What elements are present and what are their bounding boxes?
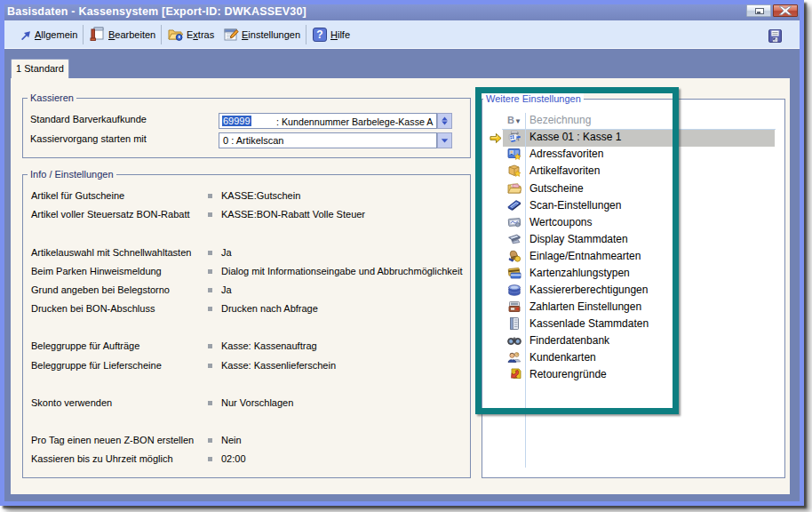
svg-text:?: ? — [316, 28, 322, 41]
